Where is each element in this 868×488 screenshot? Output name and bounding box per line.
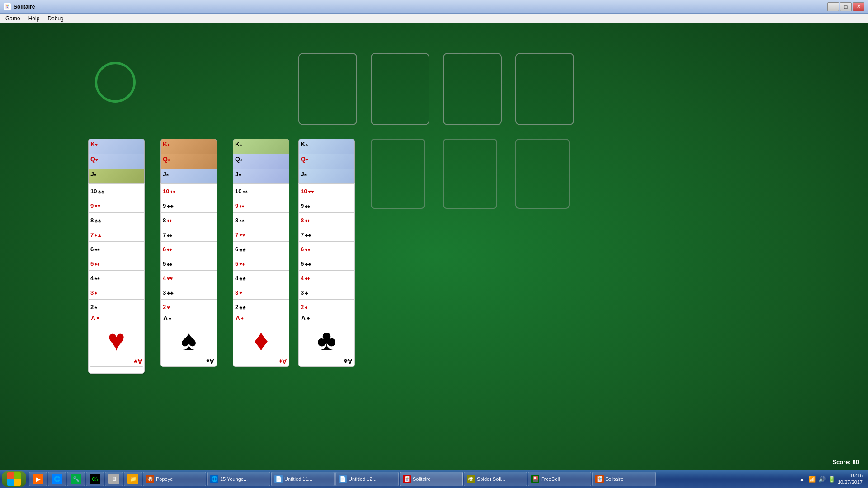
system-tray: ▲ 📶 🔊 🔋 10:16 10/27/2017: [794, 472, 866, 486]
maximize-button[interactable]: □: [840, 2, 852, 11]
card-a-clubs[interactable]: A ♣ ♣ A♣: [298, 313, 355, 367]
card-5-2[interactable]: 5 ♠♠: [160, 256, 217, 272]
card-5-4[interactable]: 5 ♣♣: [298, 256, 355, 272]
card-4-2[interactable]: 4 ♥♥: [160, 270, 217, 286]
clock-time: 10:16: [838, 472, 863, 479]
taskbar-icon-terminal[interactable]: C:\: [86, 472, 104, 486]
foundation-slot-1[interactable]: [298, 53, 357, 125]
card-9-4[interactable]: 9 ♠♠: [298, 198, 355, 214]
card-6-2[interactable]: 6 ♦♦: [160, 241, 217, 257]
score-label: Score:: [832, 459, 850, 465]
menu-bar: Game Help Debug: [0, 14, 868, 23]
card-10-2[interactable]: 10 ♦♦: [160, 183, 217, 199]
card-7-1[interactable]: 7 ♦▲: [88, 227, 145, 243]
card-6-1[interactable]: 6 ♠♠: [88, 241, 145, 257]
title-bar: 🃏 Solitaire ─ □ ✕: [0, 0, 868, 14]
menu-debug[interactable]: Debug: [44, 14, 67, 23]
title-bar-left: 🃏 Solitaire: [4, 3, 35, 10]
tray-battery[interactable]: 🔋: [828, 475, 836, 483]
taskbar-app-untitled11[interactable]: 📄 Untitled 11...: [271, 472, 335, 486]
card-a-diamonds[interactable]: A ♦ ♦ A♦: [233, 313, 289, 367]
close-button[interactable]: ✕: [853, 2, 864, 11]
card-8-3[interactable]: 8 ♠♠: [233, 212, 289, 228]
taskbar-app-solitaire2[interactable]: 🃏 Solitaire: [592, 472, 656, 486]
foundation-slot-2[interactable]: [371, 53, 429, 125]
minimize-button[interactable]: ─: [827, 2, 839, 11]
tray-speaker[interactable]: 🔊: [818, 475, 826, 483]
menu-help[interactable]: Help: [25, 14, 43, 23]
taskbar-icon-monitor[interactable]: 🖥: [105, 472, 123, 486]
card-3-2[interactable]: 3 ♣♣: [160, 285, 217, 300]
card-7-2[interactable]: 7 ♠♠: [160, 227, 217, 243]
card-6-3[interactable]: 6 ♣♣: [233, 241, 289, 257]
foundation-slot-3[interactable]: [443, 53, 502, 125]
tray-network[interactable]: 📶: [808, 475, 816, 483]
card-7-3[interactable]: 7 ♥♥: [233, 227, 289, 243]
clock[interactable]: 10:16 10/27/2017: [838, 472, 863, 486]
clock-date: 10/27/2017: [838, 479, 863, 486]
card-10-4[interactable]: 10 ♥♥: [298, 183, 355, 199]
card-9-3[interactable]: 9 ♦♦: [233, 198, 289, 214]
card-a-spades[interactable]: A ♠ ♠ A♠: [160, 313, 217, 367]
card-6-4[interactable]: 6 ♥♦: [298, 241, 355, 257]
taskbar-icon-app[interactable]: 🔧: [67, 472, 85, 486]
card-4-3[interactable]: 4 ♣♣: [233, 270, 289, 286]
window-controls: ─ □ ✕: [827, 2, 864, 11]
taskbar-icon-globe[interactable]: 🌐: [48, 472, 66, 486]
card-9-2[interactable]: 9 ♣♣: [160, 198, 217, 214]
taskbar-icon-media[interactable]: ▶: [29, 472, 47, 486]
taskbar-app-solitaire[interactable]: 🃏 Solitaire: [400, 472, 463, 486]
card-a-hearts[interactable]: A ♥ ♥ A♥: [88, 313, 145, 367]
card-4-1[interactable]: 4 ♠♠: [88, 270, 145, 286]
taskbar: ▶ 🌐 🔧 C:\ 🖥 📁 🐶 Popeye 🌐 15 Younge... 📄 …: [0, 470, 868, 488]
stock-pile[interactable]: [95, 62, 136, 103]
card-10-1[interactable]: 10 ♣♣: [88, 183, 145, 199]
card-5-1[interactable]: 5 ♦♦: [88, 256, 145, 272]
card-9-1[interactable]: 9 ♥♥: [88, 198, 145, 214]
taskbar-app-15younge[interactable]: 🌐 15 Younge...: [207, 472, 270, 486]
tray-show-hidden[interactable]: ▲: [798, 475, 806, 483]
card-3-3[interactable]: 3 ♥: [233, 285, 289, 300]
game-area: K ♥ K♥ Q♥ J♠ 10 ♣♣: [0, 23, 868, 488]
taskbar-app-freecell[interactable]: 🎴 FreeCell: [528, 472, 591, 486]
card-8-1[interactable]: 8 ♣♣: [88, 212, 145, 228]
menu-game[interactable]: Game: [2, 14, 24, 23]
card-7-4[interactable]: 7 ♣♣: [298, 227, 355, 243]
card-5-3[interactable]: 5 ♥♦: [233, 256, 289, 272]
card-3-1[interactable]: 3 ♦: [88, 285, 145, 300]
taskbar-app-untitled12[interactable]: 📄 Untitled 12...: [335, 472, 399, 486]
card-8-2[interactable]: 8 ♦♦: [160, 212, 217, 228]
app-icon: 🃏: [4, 3, 11, 10]
tableau-empty-slot-3[interactable]: [515, 139, 570, 209]
score-display: Score: 80: [832, 459, 859, 465]
taskbar-icon-folder[interactable]: 📁: [124, 472, 142, 486]
card-4-4[interactable]: 4 ♦♦: [298, 270, 355, 286]
card-3-4[interactable]: 3 ♣: [298, 285, 355, 300]
start-button[interactable]: [2, 471, 26, 487]
taskbar-app-popeye[interactable]: 🐶 Popeye: [143, 472, 206, 486]
score-value: 80: [853, 459, 859, 465]
card-10-3[interactable]: 10 ♠♠: [233, 183, 289, 199]
tableau-empty-slot-1[interactable]: [371, 139, 425, 209]
foundation-slot-4[interactable]: [515, 53, 574, 125]
taskbar-app-spider[interactable]: 🕷 Spider Soli...: [464, 472, 527, 486]
card-8-4[interactable]: 8 ♦♦: [298, 212, 355, 228]
window-title: Solitaire: [14, 4, 35, 10]
tableau-empty-slot-2[interactable]: [443, 139, 497, 209]
